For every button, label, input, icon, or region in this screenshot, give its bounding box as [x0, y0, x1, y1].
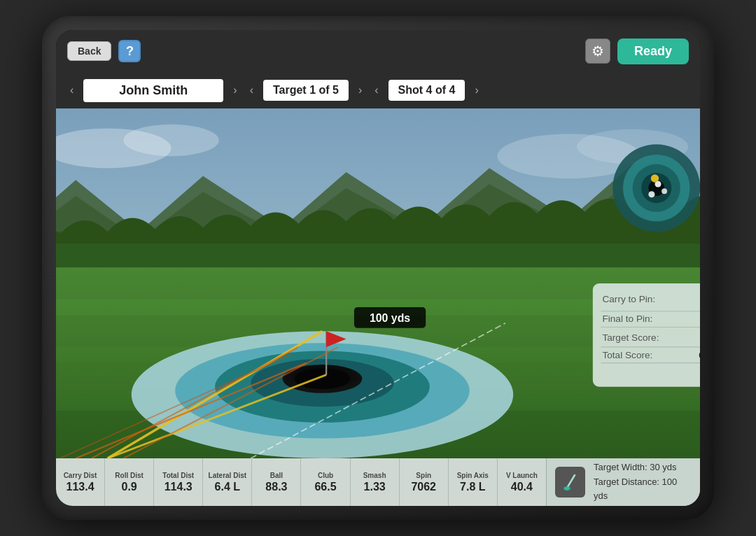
scene-svg: 100 yds Carry to Pin: [56, 108, 700, 458]
svg-point-37 [662, 188, 667, 194]
col-value-8: 7.8 L [460, 481, 485, 493]
data-col-0: Carry Dist 113.4 [56, 458, 105, 506]
svg-point-38 [651, 174, 659, 182]
col-value-6: 1.33 [364, 481, 386, 493]
player-next-arrow[interactable]: › [230, 84, 239, 97]
svg-point-36 [648, 191, 654, 197]
top-bar: Back ? ⚙ Ready [56, 30, 700, 72]
target-info-text: Target Width: 30 yds Target Distance: 10… [594, 460, 692, 504]
svg-text:Carry to Pin:: Carry to Pin: [602, 294, 655, 304]
col-header-0: Carry Dist [64, 472, 97, 479]
target-next-arrow[interactable]: › [356, 84, 365, 97]
col-value-9: 40.4 [511, 481, 533, 493]
data-col-3: Lateral Dist 6.4 L [203, 458, 252, 506]
nav-bar: ‹ John Smith › ‹ Target 1 of 5 › ‹ Shot … [56, 72, 700, 108]
settings-button[interactable]: ⚙ [585, 38, 610, 64]
data-col-8: Spin Axis 7.8 L [449, 458, 498, 506]
data-col-7: Spin 7062 [400, 458, 449, 506]
club-icon [555, 467, 585, 498]
col-header-1: Roll Dist [115, 472, 144, 479]
col-header-8: Spin Axis [457, 472, 489, 479]
data-col-1: Roll Dist 0.9 [105, 458, 154, 506]
svg-point-2 [123, 125, 218, 156]
col-value-7: 7062 [411, 481, 436, 493]
svg-text:100 yds: 100 yds [370, 312, 410, 324]
data-col-6: Smash 1.33 [351, 458, 400, 506]
tablet-device: Back ? ⚙ Ready ‹ John Smith › ‹ Target 1… [42, 16, 714, 520]
help-button[interactable]: ? [118, 40, 141, 62]
col-value-0: 113.4 [66, 481, 94, 493]
col-value-1: 0.9 [122, 481, 137, 493]
shot-prev-arrow[interactable]: ‹ [372, 84, 381, 97]
data-col-9: V Launch 40.4 [498, 458, 546, 506]
svg-text:Final to Pin:: Final to Pin: [602, 313, 652, 324]
data-columns: Carry Dist 113.4 Roll Dist 0.9 Total Dis… [56, 458, 546, 506]
back-button[interactable]: Back [67, 41, 111, 61]
svg-text:63/100: 63/100 [699, 350, 700, 360]
svg-text:Target Score:: Target Score: [602, 332, 659, 343]
col-value-2: 114.3 [164, 481, 192, 493]
main-view: 100 yds Carry to Pin: [56, 108, 700, 458]
col-header-6: Smash [363, 472, 386, 479]
col-header-4: Ball [270, 472, 283, 479]
target-distance-label: Target Distance: 100 yds [594, 475, 692, 505]
svg-point-18 [295, 369, 351, 390]
target-selector[interactable]: Target 1 of 5 [263, 80, 349, 101]
target-width-label: Target Width: 30 yds [594, 460, 692, 475]
svg-text:Total Score:: Total Score: [602, 350, 652, 360]
col-value-4: 88.3 [265, 481, 287, 493]
player-prev-arrow[interactable]: ‹ [67, 84, 76, 97]
ready-button[interactable]: Ready [617, 38, 689, 64]
target-prev-arrow[interactable]: ‹ [247, 84, 256, 97]
col-header-5: Club [318, 472, 333, 479]
data-bar: Carry Dist 113.4 Roll Dist 0.9 Total Dis… [56, 458, 700, 506]
col-value-5: 66.5 [314, 481, 336, 493]
col-header-2: Total Dist [162, 472, 194, 479]
data-col-2: Total Dist 114.3 [154, 458, 203, 506]
col-header-3: Lateral Dist [209, 472, 246, 479]
data-col-5: Club 66.5 [301, 458, 350, 506]
tablet-screen: Back ? ⚙ Ready ‹ John Smith › ‹ Target 1… [56, 30, 700, 506]
col-header-7: Spin [416, 472, 431, 479]
svg-point-52 [564, 486, 570, 491]
shot-selector[interactable]: Shot 4 of 4 [388, 80, 465, 101]
col-value-3: 6.4 L [215, 481, 240, 493]
player-name-selector[interactable]: John Smith [83, 79, 223, 102]
shot-next-arrow[interactable]: › [472, 84, 481, 97]
data-col-4: Ball 88.3 [252, 458, 301, 506]
col-header-9: V Launch [506, 472, 538, 479]
target-info-box: Target Width: 30 yds Target Distance: 10… [546, 458, 700, 506]
